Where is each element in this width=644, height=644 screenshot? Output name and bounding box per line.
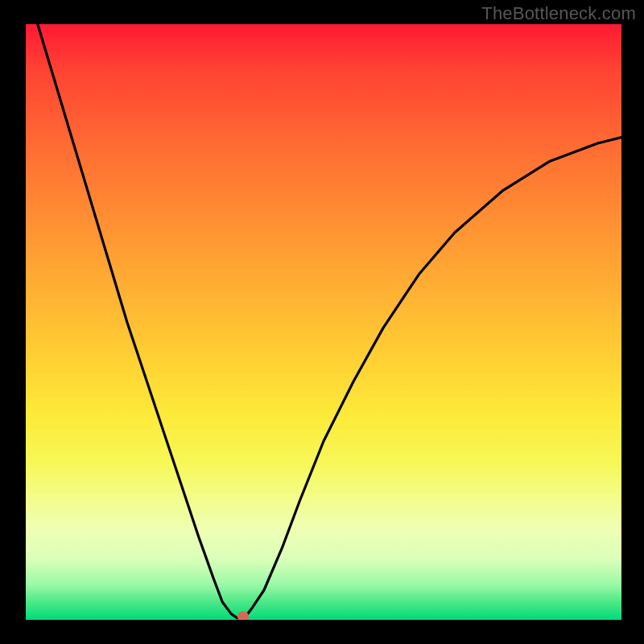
watermark-text: TheBottleneck.com <box>481 3 636 24</box>
bottleneck-curve <box>38 24 621 619</box>
chart-frame: TheBottleneck.com <box>0 0 644 644</box>
chart-svg <box>26 24 621 620</box>
plot-area <box>26 24 621 620</box>
